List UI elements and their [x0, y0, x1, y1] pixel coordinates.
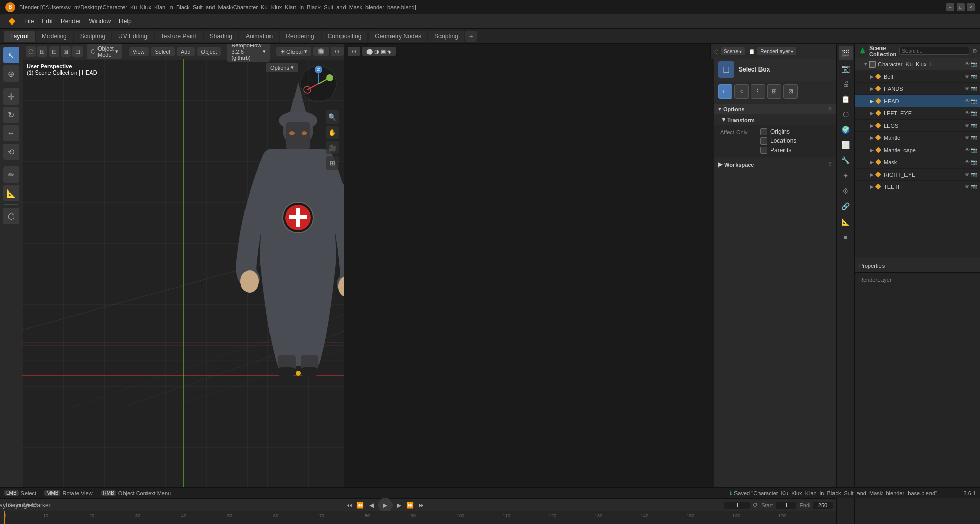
close-button[interactable]: × — [967, 3, 975, 11]
select-lasso-btn[interactable]: ⌇ — [751, 84, 765, 99]
parents-checkbox-label[interactable]: Parents — [760, 147, 796, 154]
tab-shading[interactable]: Shading — [204, 31, 238, 42]
outliner-collection-root[interactable]: ▾ Character_Ku_Klux_i 👁 📷 — [855, 58, 980, 70]
outliner-item-teeth[interactable]: ▶ TEETH 👁 📷 — [855, 181, 980, 193]
object-menu[interactable]: Object — [197, 47, 222, 56]
select-btn5[interactable]: ⊠ — [783, 84, 798, 99]
transform-section-header[interactable]: ▾ Transform — [714, 114, 836, 125]
proportional-edit[interactable]: ⊙ — [331, 47, 344, 56]
outliner-item-belt[interactable]: ▶ Belt 👁 📷 — [855, 70, 980, 83]
minimize-button[interactable]: − — [946, 3, 954, 11]
outliner-item-mantle[interactable]: ▶ Mantle 👁 📷 — [855, 132, 980, 144]
prop-icon-render[interactable]: 📷 — [839, 61, 853, 76]
tool-scale[interactable]: ↔ — [3, 125, 19, 141]
zoom-gizmo[interactable]: 🔍 — [326, 110, 339, 124]
tab-sculpting[interactable]: Sculpting — [74, 31, 111, 42]
filter-icon[interactable]: ⚙ — [972, 47, 977, 54]
menu-help[interactable]: Help — [115, 17, 136, 26]
parents-checkbox[interactable] — [760, 147, 767, 154]
viewport-options-btn[interactable]: Options ▾ — [266, 63, 298, 72]
locations-checkbox[interactable] — [760, 137, 767, 145]
keying-menu[interactable]: Keying ▾ — [14, 501, 23, 510]
prop-icon-constraints[interactable]: 🔗 — [839, 199, 853, 213]
outliner-search[interactable] — [899, 47, 969, 55]
outliner-item-hands[interactable]: ▶ HANDS 👁 📷 — [855, 83, 980, 95]
menu-file[interactable]: File — [20, 17, 38, 26]
current-frame-input[interactable]: 1 — [724, 502, 750, 509]
prop-icon-world[interactable]: 🌍 — [839, 123, 853, 137]
add-menu[interactable]: Add — [177, 47, 195, 56]
view-gizmo[interactable]: ⊞ — [326, 156, 339, 170]
jump-start-btn[interactable]: ⏮ — [345, 501, 354, 510]
play-btn[interactable]: ▶ — [378, 498, 393, 512]
prop-icon-material[interactable]: ● — [839, 230, 853, 244]
tab-animation[interactable]: Animation — [239, 31, 279, 42]
menu-blender[interactable]: 🔶 — [4, 17, 20, 26]
prev-frame-btn[interactable]: ◀ — [367, 501, 376, 510]
outliner-item-head[interactable]: ▶ HEAD 👁 📷 — [855, 95, 980, 107]
tool-move[interactable]: ✛ — [3, 88, 19, 105]
tool-measure[interactable]: 📐 — [3, 185, 19, 201]
hand-gizmo[interactable]: ✋ — [326, 126, 339, 139]
next-keyframe-btn[interactable]: ⏩ — [406, 501, 415, 510]
tab-rendering[interactable]: Rendering — [280, 31, 320, 42]
view-type-icon5[interactable]: ⊡ — [72, 46, 83, 57]
origins-checkbox-label[interactable]: Origins — [760, 128, 796, 135]
tab-compositing[interactable]: Compositing — [322, 31, 368, 42]
restrict-view-icon[interactable]: 👁 — [965, 61, 970, 67]
menu-edit[interactable]: Edit — [38, 17, 57, 26]
viewport-shading[interactable]: ⬤ ◑ ▣ ◈ — [362, 47, 396, 56]
snap-button[interactable]: 🔘 — [313, 47, 329, 56]
tab-layout[interactable]: Layout — [4, 31, 35, 42]
item-view-belt[interactable]: 👁 — [965, 74, 970, 79]
scene-selector[interactable]: Scene ▾ — [721, 47, 745, 55]
prop-icon-scene[interactable]: 🎬 — [839, 46, 853, 60]
restrict-render-icon[interactable]: 📷 — [971, 61, 977, 67]
select-box-btn[interactable]: □ — [718, 84, 732, 99]
start-frame-input[interactable]: 1 — [776, 502, 796, 509]
add-workspace-button[interactable]: + — [465, 31, 477, 42]
tool-transform[interactable]: ⟲ — [3, 144, 19, 160]
workspace-section-header[interactable]: ▶ Workspace ⠿ — [714, 159, 836, 170]
locations-checkbox-label[interactable]: Locations — [760, 137, 796, 145]
tool-rotate[interactable]: ↻ — [3, 107, 19, 123]
prev-keyframe-btn[interactable]: ⏪ — [356, 501, 365, 510]
outliner-item-mantle-cape[interactable]: ▶ Mantle_cape 👁 📷 — [855, 144, 980, 156]
view-type-icon4[interactable]: ⊠ — [61, 46, 71, 57]
outliner-item-mask[interactable]: ▶ Mask 👁 📷 — [855, 156, 980, 169]
menu-render[interactable]: Render — [57, 17, 85, 26]
view-type-icon3[interactable]: ⊟ — [49, 46, 59, 57]
3d-viewport[interactable]: User Perspective (1) Scene Collection | … — [22, 59, 344, 498]
outliner-item-right-eye[interactable]: ▶ RIGHT_EYE 👁 📷 — [855, 169, 980, 181]
object-mode-dropdown[interactable]: ⬡ Object Mode ▾ — [87, 44, 122, 59]
prop-icon-physics[interactable]: ⚙ — [839, 184, 853, 198]
prop-icon-output[interactable]: 🖨 — [839, 77, 853, 91]
marker-menu[interactable]: Marker — [37, 501, 46, 510]
overlay-options[interactable]: ⊙ — [348, 47, 360, 56]
prop-icon-object[interactable]: ⬜ — [839, 138, 853, 152]
select-btn4[interactable]: ⊞ — [767, 84, 781, 99]
tab-texture-paint[interactable]: Texture Paint — [155, 31, 203, 42]
view-type-icon2[interactable]: ⊞ — [37, 46, 47, 57]
tab-geometry-nodes[interactable]: Geometry Nodes — [369, 31, 427, 42]
axis-widget[interactable]: Z — [298, 63, 339, 104]
addon-button[interactable]: RetopoFlow 3.2.6 (github) ▾ — [227, 41, 270, 62]
select-menu[interactable]: Select — [151, 47, 175, 56]
tool-add-cube[interactable]: ⬡ — [3, 208, 19, 224]
prop-icon-particles[interactable]: ✦ — [839, 169, 853, 183]
tool-cursor[interactable]: ⊕ — [3, 65, 19, 82]
prop-icon-data[interactable]: 📐 — [839, 215, 853, 229]
prop-icon-view-layer[interactable]: 📋 — [839, 92, 853, 106]
tab-scripting[interactable]: Scripting — [428, 31, 464, 42]
tab-uv-editing[interactable]: UV Editing — [112, 31, 154, 42]
tool-select[interactable]: ↖ — [3, 47, 19, 63]
timeline-ruler[interactable]: 1 10 20 30 40 50 60 70 80 90 100 110 120… — [0, 511, 836, 524]
next-frame-btn[interactable]: ▶ — [395, 501, 404, 510]
origins-checkbox[interactable] — [760, 128, 767, 135]
prop-icon-scene2[interactable]: ⬡ — [839, 107, 853, 122]
view-menu[interactable]: View — [129, 47, 149, 56]
menu-window[interactable]: Window — [85, 17, 115, 26]
end-frame-input[interactable]: 250 — [813, 502, 833, 509]
jump-end-btn[interactable]: ⏭ — [417, 501, 426, 510]
outliner-item-left-eye[interactable]: ▶ LEFT_EYE 👁 📷 — [855, 107, 980, 120]
